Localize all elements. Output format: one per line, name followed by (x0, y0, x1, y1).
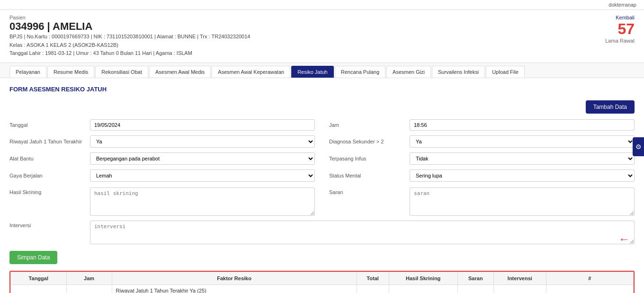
jam-row: Jam (329, 119, 635, 131)
cell-jam: 18:56:00 (66, 284, 112, 293)
patient-right: Kembali 57 Lama Rawat (605, 15, 635, 44)
th-hash: # (546, 272, 633, 284)
patient-details-1: BPJS | No.Kartu : 00001976697​33 | NIK :… (9, 33, 250, 41)
gaya-row: Gaya Berjalan Lemah Normal Tidak Mampu (9, 169, 315, 182)
tanggal-row: Tanggal (9, 119, 315, 131)
cell-faktor: Riwayat Jatuh 1 Tahun Terakhir Ya (25)Di… (112, 284, 357, 293)
interversi-label: Interversi (9, 221, 85, 228)
interversi-row: Interversi (9, 221, 635, 244)
patient-details-3: Tanggal Lahir : 1981-03-12 | Umur : 43 T… (9, 49, 250, 58)
lama-rawat-label: Lama Rawat (605, 38, 635, 44)
tab-asesmen-awal-medis[interactable]: Asesmen Awal Medis (149, 66, 211, 78)
diagnosa-select[interactable]: Ya Tidak (410, 135, 635, 148)
th-intervensi: Intervensi (494, 272, 546, 284)
diagnosa-select-wrapper: Ya Tidak (410, 135, 635, 148)
status-select-wrapper: Sering lupa Orientasi baik Pelupa (410, 169, 635, 182)
cell-actions: Edit Hapus (546, 284, 633, 293)
tanggal-input[interactable] (90, 119, 315, 131)
cell-intervensi: interversi (494, 284, 546, 293)
saran-label: Saran (329, 187, 405, 195)
cell-total: 95 (357, 284, 389, 293)
cell-saran: saran (457, 284, 493, 293)
jam-label: Jam (329, 122, 405, 128)
hasil-skrining-textarea[interactable] (90, 187, 315, 216)
alat-label: Alat Bantu (9, 156, 85, 161)
kembali-label[interactable]: Kembali (605, 15, 635, 20)
data-table: Tanggal Jam Faktor Resiko Total Hasil Sk… (10, 272, 634, 293)
th-hasil-skrining: Hasil Skrining (389, 272, 457, 284)
form-title: FORM ASESMEN RESIKO JATUH (9, 86, 635, 93)
textarea-pair: Hasil Skrining Saran (9, 187, 635, 216)
terpasang-select-wrapper: Tidak Ya (410, 152, 635, 165)
terpasang-row: Terpasang Infus Tidak Ya (329, 152, 635, 165)
jam-input[interactable] (410, 119, 635, 131)
patient-header: Pasien 034996 | AMELIA BPJS | No.Kartu :… (0, 10, 644, 63)
saran-group: Saran (329, 187, 635, 216)
gaya-select-wrapper: Lemah Normal Tidak Mampu (90, 169, 315, 182)
faktor-line: Riwayat Jatuh 1 Tahun Terakhir Ya (25) (116, 288, 206, 293)
th-jam: Jam (66, 272, 112, 284)
patient-label: Pasien (9, 15, 250, 20)
tab-pelayanan[interactable]: Pelayanan (9, 66, 46, 78)
status-label: Status Mental (329, 173, 405, 178)
status-select[interactable]: Sering lupa Orientasi baik Pelupa (410, 169, 635, 182)
th-faktor-resiko: Faktor Resiko (112, 272, 357, 284)
riwayat-select[interactable]: Ya Tidak (90, 135, 315, 148)
alat-select[interactable]: Berpegangan pada perabot Tongkat/Alat pe… (90, 152, 315, 165)
main-content: FORM ASESMEN RESIKO JATUH Tambah Data Ta… (0, 78, 644, 293)
tab-rencana-pulang[interactable]: Rencana Pulang (335, 66, 385, 78)
tab-resiko-jatuh[interactable]: Resiko Jatuh (291, 66, 334, 78)
patient-id: 034996 | AMELIA (9, 20, 250, 33)
riwayat-select-wrapper: Ya Tidak (90, 135, 315, 148)
alat-row: Alat Bantu Berpegangan pada perabot Tong… (9, 152, 315, 165)
cell-tanggal: 2024-05-19 (11, 284, 67, 293)
interversi-textarea[interactable] (90, 221, 635, 244)
tab-asesmen-awal-keperawatan[interactable]: Asesmen Awal Keperawatan (212, 66, 290, 78)
alat-select-wrapper: Berpegangan pada perabot Tongkat/Alat pe… (90, 152, 315, 165)
terpasang-select[interactable]: Tidak Ya (410, 152, 635, 165)
tab-survailens-infeksi[interactable]: Survailens Infeksi (432, 66, 485, 78)
table-header-row: Tanggal Jam Faktor Resiko Total Hasil Sk… (11, 272, 634, 284)
saran-textarea[interactable] (410, 187, 635, 216)
tab-asesmen-gizi[interactable]: Asesmen Gizi (386, 66, 431, 78)
cell-hasil-skrining: hasil skrining (389, 284, 457, 293)
tanggal-label: Tanggal (9, 122, 85, 128)
th-tanggal: Tanggal (11, 272, 67, 284)
hasil-skrining-group: Hasil Skrining (9, 187, 315, 216)
patient-info: Pasien 034996 | AMELIA BPJS | No.Kartu :… (9, 15, 250, 58)
gaya-select[interactable]: Lemah Normal Tidak Mampu (90, 169, 315, 182)
data-table-wrapper: Tanggal Jam Faktor Resiko Total Hasil Sk… (9, 271, 635, 293)
riwayat-row: Riwayat Jatuh 1 Tahun Terakhir Ya Tidak (9, 135, 315, 148)
simpan-data-button[interactable]: Simpan Data (9, 251, 57, 264)
terpasang-label: Terpasang Infus (329, 156, 405, 161)
patient-details-2: Kelas : ASOKA 1 KELAS 2 (ASOK2B-KAS12B) (9, 41, 250, 50)
riwayat-label: Riwayat Jatuh 1 Tahun Terakhir (9, 139, 85, 144)
hasil-skrining-label: Hasil Skrining (9, 187, 85, 195)
username-label: dokterranap (608, 2, 636, 8)
status-row: Status Mental Sering lupa Orientasi baik… (329, 169, 635, 182)
th-total: Total (357, 272, 389, 284)
form-grid: Tanggal Jam Riwayat Jatuh 1 Tahun Terakh… (9, 119, 635, 182)
tambah-btn-row: Tambah Data (9, 100, 635, 114)
stay-number: 57 (605, 20, 635, 38)
tab-upload-file[interactable]: Upload File (486, 66, 525, 78)
th-saran: Saran (457, 272, 493, 284)
tab-bar: Pelayanan Resume Medis Rekonsiliasi Obat… (0, 63, 644, 78)
tab-rekonsiliasi-obat[interactable]: Rekonsiliasi Obat (95, 66, 148, 78)
gear-button[interactable]: ⚙ (633, 137, 644, 156)
table-row: 2024-05-19 18:56:00 Riwayat Jatuh 1 Tahu… (11, 284, 634, 293)
diagnosa-label: Diagnosa Sekunder > 2 (329, 139, 405, 144)
diagnosa-row: Diagnosa Sekunder > 2 Ya Tidak (329, 135, 635, 148)
gaya-label: Gaya Berjalan (9, 173, 85, 178)
tab-resume-medis[interactable]: Resume Medis (47, 66, 94, 78)
arrow-indicator: ← (618, 232, 630, 246)
tambah-data-button[interactable]: Tambah Data (586, 100, 635, 114)
top-bar: dokterranap (0, 0, 644, 10)
